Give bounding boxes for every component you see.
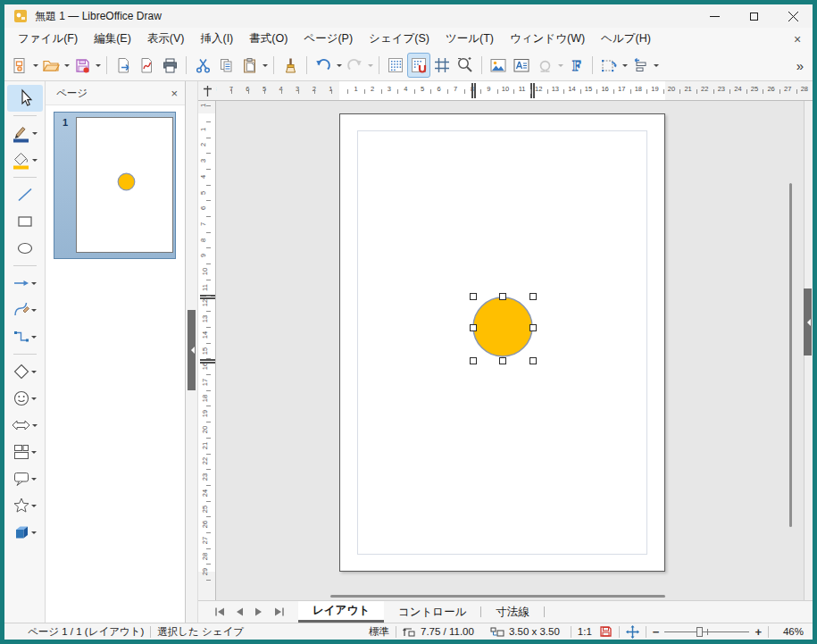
- block-arrows-button[interactable]: [7, 412, 43, 439]
- select-tool-button[interactable]: [7, 85, 43, 112]
- zoom-slider-thumb[interactable]: [696, 627, 703, 637]
- zoom-slider[interactable]: [664, 626, 749, 637]
- print-button[interactable]: [158, 53, 181, 78]
- zoom-out-button[interactable]: −: [653, 625, 660, 639]
- toolbar-overflow-button[interactable]: »: [791, 58, 809, 73]
- next-page-button[interactable]: [250, 603, 268, 621]
- first-page-button[interactable]: [211, 603, 229, 621]
- rectangle-tool-button[interactable]: [7, 208, 43, 235]
- fill-color-button[interactable]: [7, 146, 43, 173]
- basic-shapes-dropdown-arrow[interactable]: [31, 371, 37, 376]
- callouts-dropdown-arrow[interactable]: [31, 478, 37, 483]
- menu-item[interactable]: 挿入(I): [192, 29, 241, 49]
- status-style[interactable]: 標準: [369, 625, 389, 639]
- basic-shapes-button[interactable]: [7, 358, 43, 385]
- menu-item[interactable]: シェイプ(S): [361, 29, 438, 49]
- open-dropdown-arrow[interactable]: [64, 64, 70, 70]
- zoom-fit-icon[interactable]: [626, 625, 639, 639]
- page-thumbnail[interactable]: 1: [54, 112, 176, 259]
- menu-item[interactable]: 編集(E): [86, 29, 139, 49]
- insert-image-button[interactable]: [487, 53, 510, 78]
- tab-dimension-lines[interactable]: 寸法線: [481, 601, 544, 623]
- horizontal-scrollbar[interactable]: [330, 595, 665, 598]
- undo-dropdown-arrow[interactable]: [337, 64, 342, 70]
- export-pdf-button[interactable]: [135, 53, 158, 78]
- selection-handle-w[interactable]: [470, 324, 477, 331]
- undo-button[interactable]: [312, 53, 335, 78]
- selection-handle-nw[interactable]: [470, 293, 477, 300]
- align-objects-button[interactable]: [629, 53, 652, 78]
- block-arrows-dropdown-arrow[interactable]: [32, 424, 38, 430]
- insert-textbox-button[interactable]: [510, 53, 533, 78]
- paste-dropdown-arrow[interactable]: [263, 64, 268, 70]
- minimize-button[interactable]: [695, 4, 734, 28]
- 3d-objects-dropdown-arrow[interactable]: [31, 531, 37, 537]
- curve-tool-button[interactable]: [7, 297, 43, 323]
- fontwork-button[interactable]: F: [564, 53, 588, 78]
- close-document-button[interactable]: ×: [789, 32, 805, 46]
- special-character-button[interactable]: [533, 53, 556, 78]
- menu-item[interactable]: ヘルプ(H): [593, 29, 659, 49]
- redo-button[interactable]: [343, 53, 366, 78]
- status-scale[interactable]: 1:1: [578, 626, 592, 637]
- connector-tool-button[interactable]: [7, 323, 43, 350]
- pages-panel-close-icon[interactable]: ×: [171, 87, 178, 100]
- menu-item[interactable]: ツール(T): [438, 29, 502, 49]
- line-color-dropdown-arrow[interactable]: [32, 132, 38, 138]
- lines-arrows-dropdown-arrow[interactable]: [31, 282, 37, 288]
- menu-item[interactable]: ページ(P): [296, 29, 361, 49]
- show-sidebar-handle[interactable]: [804, 289, 812, 355]
- maximize-button[interactable]: [734, 4, 773, 28]
- helplines-button[interactable]: [430, 53, 454, 78]
- 3d-objects-button[interactable]: [7, 519, 43, 546]
- save-button[interactable]: [71, 53, 94, 78]
- selected-circle-shape[interactable]: [471, 296, 534, 358]
- flowchart-dropdown-arrow[interactable]: [31, 451, 37, 456]
- menu-item[interactable]: 書式(O): [241, 29, 296, 49]
- selection-handle-n[interactable]: [499, 293, 506, 300]
- export-button[interactable]: [112, 53, 135, 78]
- drawing-canvas[interactable]: [216, 101, 813, 600]
- transformations-dropdown-arrow[interactable]: [622, 64, 628, 70]
- new-dropdown-arrow[interactable]: [33, 64, 38, 70]
- selection-handle-ne[interactable]: [529, 293, 537, 300]
- special-character-dropdown-arrow[interactable]: [558, 64, 563, 70]
- open-button[interactable]: [39, 53, 63, 78]
- zoom-level[interactable]: 46%: [775, 626, 804, 637]
- selection-handle-s[interactable]: [499, 357, 506, 364]
- cut-button[interactable]: [191, 53, 214, 78]
- selection-handle-e[interactable]: [529, 324, 537, 331]
- copy-button[interactable]: [214, 53, 238, 78]
- menu-item[interactable]: 表示(V): [139, 29, 193, 49]
- hide-panel-handle[interactable]: [188, 310, 196, 390]
- last-page-button[interactable]: [270, 603, 288, 621]
- redo-dropdown-arrow[interactable]: [368, 64, 373, 70]
- align-dropdown-arrow[interactable]: [654, 64, 659, 70]
- vertical-scrollbar[interactable]: [789, 183, 792, 527]
- stars-button[interactable]: [7, 492, 43, 519]
- tab-controls[interactable]: コントロール: [384, 601, 480, 623]
- symbol-shapes-dropdown-arrow[interactable]: [31, 397, 37, 403]
- curve-dropdown-arrow[interactable]: [31, 309, 37, 314]
- line-color-button[interactable]: [7, 120, 43, 146]
- menu-item[interactable]: ウィンドウ(W): [502, 29, 593, 49]
- stars-dropdown-arrow[interactable]: [31, 505, 37, 510]
- line-tool-button[interactable]: [7, 181, 43, 208]
- paste-button[interactable]: [238, 53, 261, 78]
- new-button[interactable]: [8, 53, 31, 78]
- symbol-shapes-button[interactable]: [7, 385, 43, 412]
- tab-layout[interactable]: レイアウト: [298, 601, 384, 623]
- zoom-in-button[interactable]: +: [754, 625, 762, 639]
- snap-to-grid-button[interactable]: [407, 53, 430, 78]
- selection-handle-sw[interactable]: [470, 357, 477, 364]
- callouts-button[interactable]: [7, 465, 43, 492]
- ellipse-tool-button[interactable]: [7, 235, 43, 262]
- flowchart-button[interactable]: [7, 439, 43, 465]
- zoom-button[interactable]: [454, 53, 477, 78]
- menu-item[interactable]: ファイル(F): [10, 29, 86, 49]
- save-dropdown-arrow[interactable]: [96, 64, 101, 70]
- clone-formatting-button[interactable]: [279, 53, 302, 78]
- close-button[interactable]: [773, 4, 813, 28]
- lines-and-arrows-button[interactable]: [7, 270, 43, 297]
- selection-handle-se[interactable]: [529, 357, 537, 364]
